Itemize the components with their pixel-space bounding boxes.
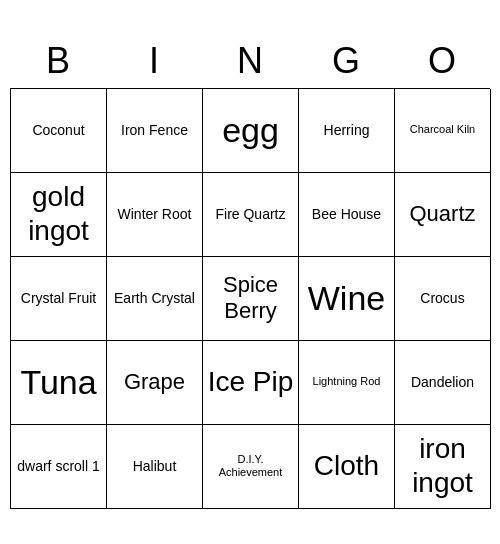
header-letter: B xyxy=(10,36,106,88)
cell-r4-c1: Halibut xyxy=(107,425,203,509)
cell-text: Spice Berry xyxy=(207,272,294,325)
cell-r0-c3: Herring xyxy=(299,89,395,173)
cell-text: dwarf scroll 1 xyxy=(17,458,99,475)
cell-r1-c2: Fire Quartz xyxy=(203,173,299,257)
cell-r1-c1: Winter Root xyxy=(107,173,203,257)
bingo-header: BINGO xyxy=(10,36,490,88)
cell-text: Coconut xyxy=(32,122,84,139)
cell-text: Earth Crystal xyxy=(114,290,195,307)
cell-text: Iron Fence xyxy=(121,122,188,139)
cell-r3-c3: Lightning Rod xyxy=(299,341,395,425)
cell-r3-c4: Dandelion xyxy=(395,341,491,425)
cell-text: Fire Quartz xyxy=(215,206,285,223)
header-letter: N xyxy=(202,36,298,88)
cell-text: Quartz xyxy=(409,201,475,227)
bingo-card: BINGO CoconutIron FenceeggHerringCharcoa… xyxy=(10,36,490,509)
cell-r2-c2: Spice Berry xyxy=(203,257,299,341)
cell-r2-c0: Crystal Fruit xyxy=(11,257,107,341)
cell-r2-c4: Crocus xyxy=(395,257,491,341)
header-letter: I xyxy=(106,36,202,88)
cell-r0-c1: Iron Fence xyxy=(107,89,203,173)
cell-text: Cloth xyxy=(314,449,379,483)
cell-text: Winter Root xyxy=(118,206,192,223)
cell-r4-c3: Cloth xyxy=(299,425,395,509)
bingo-grid: CoconutIron FenceeggHerringCharcoal Kiln… xyxy=(10,88,490,509)
cell-text: Crocus xyxy=(420,290,464,307)
cell-text: Dandelion xyxy=(411,374,474,391)
cell-r1-c4: Quartz xyxy=(395,173,491,257)
cell-r2-c3: Wine xyxy=(299,257,395,341)
cell-text: egg xyxy=(222,110,279,151)
cell-text: Grape xyxy=(124,369,185,395)
cell-text: Tuna xyxy=(20,362,96,403)
cell-r2-c1: Earth Crystal xyxy=(107,257,203,341)
cell-r4-c0: dwarf scroll 1 xyxy=(11,425,107,509)
cell-r3-c1: Grape xyxy=(107,341,203,425)
cell-r4-c2: D.I.Y. Achievement xyxy=(203,425,299,509)
header-letter: O xyxy=(394,36,490,88)
cell-text: Lightning Rod xyxy=(313,375,381,388)
cell-text: Halibut xyxy=(133,458,177,475)
cell-text: Crystal Fruit xyxy=(21,290,96,307)
cell-r4-c4: iron ingot xyxy=(395,425,491,509)
cell-r1-c0: gold ingot xyxy=(11,173,107,257)
cell-text: Herring xyxy=(324,122,370,139)
cell-r1-c3: Bee House xyxy=(299,173,395,257)
cell-text: Charcoal Kiln xyxy=(410,123,475,136)
cell-r3-c0: Tuna xyxy=(11,341,107,425)
cell-text: iron ingot xyxy=(399,432,486,499)
header-letter: G xyxy=(298,36,394,88)
cell-r0-c2: egg xyxy=(203,89,299,173)
cell-text: Bee House xyxy=(312,206,381,223)
cell-text: gold ingot xyxy=(15,180,102,247)
cell-text: D.I.Y. Achievement xyxy=(207,453,294,479)
cell-text: Ice Pip xyxy=(208,365,294,399)
cell-text: Wine xyxy=(308,278,385,319)
cell-r0-c0: Coconut xyxy=(11,89,107,173)
cell-r3-c2: Ice Pip xyxy=(203,341,299,425)
cell-r0-c4: Charcoal Kiln xyxy=(395,89,491,173)
